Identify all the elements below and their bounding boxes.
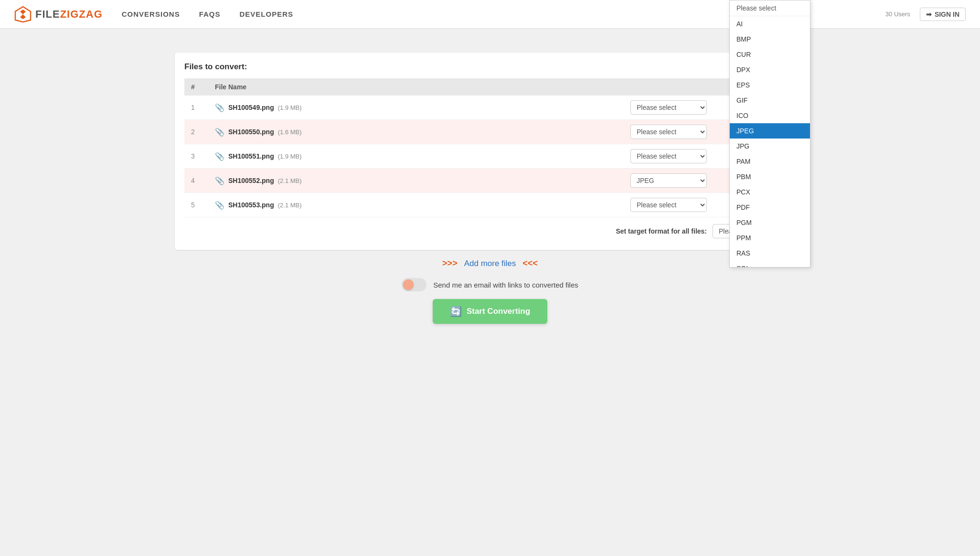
format-select-row-1[interactable]: Please selectAIBMPCURDPXEPSGIFICOJPEGJPG…	[630, 100, 707, 115]
logo-zigzag-text: ZIGZAG	[60, 8, 103, 21]
row-number: 3	[184, 144, 208, 169]
format-select-row-4[interactable]: Please selectAIBMPCURDPXEPSGIFICOJPEGJPG…	[630, 173, 707, 188]
row-number: 2	[184, 120, 208, 144]
dropdown-item-ico[interactable]: ICO	[730, 108, 810, 123]
file-size: (2.1 MB)	[278, 177, 302, 184]
format-select-row-2[interactable]: Please selectAIBMPCURDPXEPSGIFICOJPEGJPG…	[630, 125, 707, 139]
dropdown-item-pbm[interactable]: PBM	[730, 169, 810, 184]
format-cell: Please selectAIBMPCURDPXEPSGIFICOJPEGJPG…	[624, 96, 719, 120]
table-row: 2📎SH100550.png(1.6 MB)Please selectAIBMP…	[184, 120, 796, 144]
file-size: (1.9 MB)	[278, 104, 302, 111]
users-label: 30 Users	[885, 11, 910, 18]
add-files-row: >>> Add more files <<<	[175, 258, 805, 268]
dropdown-item-pam[interactable]: PAM	[730, 154, 810, 169]
file-name: SH100553.png	[228, 201, 274, 209]
files-title: Files to convert:	[184, 62, 796, 72]
table-row: 3📎SH100551.png(1.9 MB)Please selectAIBMP…	[184, 144, 796, 169]
chevrons-left-icon: <<<	[522, 258, 538, 268]
start-btn-icon: 🔄	[450, 306, 462, 317]
set-all-label: Set target format for all files:	[616, 227, 707, 235]
format-select-row-5[interactable]: Please selectAIBMPCURDPXEPSGIFICOJPEGJPG…	[630, 198, 707, 212]
set-all-row: Set target format for all files: Please …	[184, 217, 796, 240]
col-header-format	[624, 78, 719, 96]
row-number: 4	[184, 169, 208, 193]
header: FILEZIGZAG CONVERSIONS FAQs DEVELOPERS 3…	[0, 0, 980, 29]
sign-in-label: SIGN IN	[935, 11, 959, 18]
dropdown-item-pcx[interactable]: PCX	[730, 184, 810, 200]
col-header-name: File Name	[208, 78, 624, 96]
dropdown-item-gif[interactable]: GIF	[730, 93, 810, 108]
paperclip-icon: 📎	[215, 103, 224, 112]
paperclip-icon: 📎	[215, 176, 224, 185]
logo-icon	[14, 6, 32, 23]
paperclip-icon: 📎	[215, 128, 224, 137]
start-btn-label: Start Converting	[467, 307, 530, 316]
file-size: (2.1 MB)	[278, 202, 302, 209]
row-number: 5	[184, 193, 208, 217]
header-right: 30 Users ➡ SIGN IN	[885, 8, 966, 21]
format-cell: Please selectAIBMPCURDPXEPSGIFICOJPEGJPG…	[624, 120, 719, 144]
dropdown-item-jpeg[interactable]: JPEG	[730, 123, 810, 139]
dropdown-item-ai[interactable]: AI	[730, 16, 810, 32]
format-cell: Please selectAIBMPCURDPXEPSGIFICOJPEGJPG…	[624, 169, 719, 193]
logo-file-text: FILE	[35, 8, 60, 21]
dropdown-item-pdf[interactable]: PDF	[730, 200, 810, 215]
file-name-cell: 📎SH100550.png(1.6 MB)	[208, 120, 624, 144]
dropdown-item-ras[interactable]: RAS	[730, 246, 810, 261]
paperclip-icon: 📎	[215, 201, 224, 210]
dropdown-item-pgm[interactable]: PGM	[730, 215, 810, 230]
files-section: Files to convert: # File Name Modify 1📎S…	[175, 53, 805, 250]
table-row: 5📎SH100553.png(2.1 MB)Please selectAIBMP…	[184, 193, 796, 217]
dropdown-item-dpx[interactable]: DPX	[730, 62, 810, 77]
dropdown-item-jpg[interactable]: JPG	[730, 139, 810, 154]
file-size: (1.9 MB)	[278, 153, 302, 160]
toggle-thumb	[403, 279, 414, 290]
email-label: Send me an email with links to converted…	[433, 281, 578, 289]
file-name: SH100550.png	[228, 128, 274, 136]
chevrons-right-icon: >>>	[442, 258, 458, 268]
nav-faqs[interactable]: FAQs	[199, 10, 221, 18]
start-converting-button[interactable]: 🔄 Start Converting	[433, 299, 547, 324]
file-name-cell: 📎SH100551.png(1.9 MB)	[208, 144, 624, 169]
dropdown-item-ppm[interactable]: PPM	[730, 230, 810, 246]
format-cell: Please selectAIBMPCURDPXEPSGIFICOJPEGJPG…	[624, 144, 719, 169]
file-name: SH100549.png	[228, 104, 274, 111]
dropdown-header: Please select	[730, 0, 810, 16]
nav-developers[interactable]: DEVELOPERS	[239, 10, 293, 18]
col-header-num: #	[184, 78, 208, 96]
add-more-files-link[interactable]: Add more files	[464, 259, 516, 268]
sign-in-arrow-icon: ➡	[926, 11, 932, 18]
file-name-cell: 📎SH100553.png(2.1 MB)	[208, 193, 624, 217]
file-size: (1.6 MB)	[278, 128, 302, 136]
format-dropdown-menu[interactable]: Please select AIBMPCURDPXEPSGIFICOJPEGJP…	[729, 0, 810, 267]
start-btn-row: 🔄 Start Converting	[175, 299, 805, 324]
email-row: Send me an email with links to converted…	[175, 278, 805, 291]
table-row: 1📎SH100549.png(1.9 MB)Please selectAIBMP…	[184, 96, 796, 120]
email-toggle[interactable]	[402, 278, 426, 291]
nav-conversions[interactable]: CONVERSIONS	[122, 10, 180, 18]
dropdown-item-cur[interactable]: CUR	[730, 47, 810, 62]
files-table: # File Name Modify 1📎SH100549.png(1.9 MB…	[184, 78, 796, 217]
row-number: 1	[184, 96, 208, 120]
toggle-track	[402, 278, 426, 291]
file-name-cell: 📎SH100552.png(2.1 MB)	[208, 169, 624, 193]
file-name: SH100551.png	[228, 152, 274, 160]
format-select-row-3[interactable]: Please selectAIBMPCURDPXEPSGIFICOJPEGJPG…	[630, 149, 707, 163]
file-name-cell: 📎SH100549.png(1.9 MB)	[208, 96, 624, 120]
sign-in-button[interactable]: ➡ SIGN IN	[920, 8, 966, 21]
file-name: SH100552.png	[228, 177, 274, 184]
svg-marker-0	[15, 7, 31, 22]
logo[interactable]: FILEZIGZAG	[14, 6, 103, 23]
main-content: Files to convert: # File Name Modify 1📎S…	[156, 29, 824, 343]
dropdown-item-eps[interactable]: EPS	[730, 77, 810, 93]
dropdown-item-sgi[interactable]: SGI	[730, 261, 810, 267]
paperclip-icon: 📎	[215, 152, 224, 161]
table-row: 4📎SH100552.png(2.1 MB)Please selectAIBMP…	[184, 169, 796, 193]
format-cell: Please selectAIBMPCURDPXEPSGIFICOJPEGJPG…	[624, 193, 719, 217]
dropdown-item-bmp[interactable]: BMP	[730, 32, 810, 47]
table-header-row: # File Name Modify	[184, 78, 796, 96]
